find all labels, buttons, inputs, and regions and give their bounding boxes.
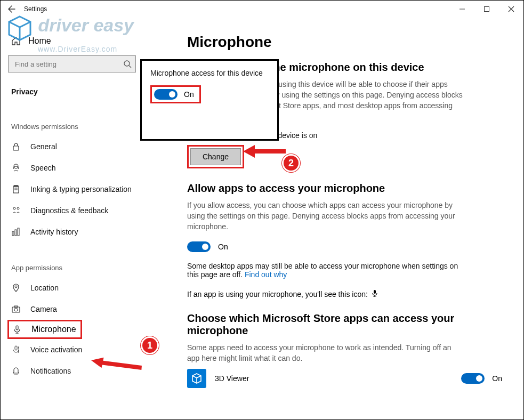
annotation-badge-1: 1 <box>141 336 159 354</box>
toggle-label: On <box>184 90 194 99</box>
search-icon <box>123 60 132 70</box>
titlebar: Settings <box>1 1 523 18</box>
voice-icon <box>11 345 21 354</box>
toggle-label: On <box>218 243 228 251</box>
svg-rect-13 <box>18 228 19 236</box>
caption-controls <box>450 1 523 18</box>
maximize-button[interactable] <box>474 1 499 18</box>
app-permissions-header: App permissions <box>1 243 171 277</box>
camera-icon <box>11 305 21 313</box>
svg-line-3 <box>129 66 131 68</box>
svg-marker-21 <box>91 355 142 376</box>
back-icon[interactable] <box>5 3 18 15</box>
sidebar-item-speech[interactable]: Speech <box>1 157 171 179</box>
sidebar-item-label: Inking & typing personalization <box>30 185 132 193</box>
sidebar-item-microphone-wrap: Microphone <box>1 320 171 339</box>
sidebar-item-label: Speech <box>30 164 55 172</box>
home-nav[interactable]: Home <box>1 31 171 51</box>
annotation-arrow-1 <box>91 355 144 371</box>
svg-rect-20 <box>374 290 376 294</box>
flyout-toggle-highlight: On <box>150 85 201 103</box>
sidebar-item-location[interactable]: Location <box>1 277 171 298</box>
toggle-pill-on <box>187 241 211 252</box>
window-title: Settings <box>18 5 47 13</box>
lock-icon <box>11 142 21 151</box>
sidebar-item-activity[interactable]: Activity history <box>1 221 171 243</box>
bell-icon <box>11 367 21 375</box>
svg-rect-4 <box>13 146 19 150</box>
desktop-apps-note: Some desktop apps may still be able to a… <box>187 262 464 279</box>
svg-point-16 <box>14 308 18 311</box>
minimize-button[interactable] <box>450 1 474 18</box>
location-icon <box>11 284 21 292</box>
search-input[interactable] <box>8 55 136 72</box>
toggle-pill-on <box>461 373 485 384</box>
app-using-note: If an app is using your microphone, you'… <box>187 289 502 298</box>
speech-icon <box>11 164 21 172</box>
find-out-why-link[interactable]: Find out why <box>245 270 287 279</box>
microphone-icon <box>12 325 22 334</box>
change-button-highlight: Change <box>187 145 244 168</box>
svg-point-14 <box>15 286 17 288</box>
section2-body: If you allow access, you can choose whic… <box>187 200 464 232</box>
sidebar-item-camera[interactable]: Camera <box>1 298 171 320</box>
home-icon <box>11 36 21 46</box>
svg-point-2 <box>124 61 130 66</box>
section2-heading: Allow apps to access your microphone <box>187 182 502 195</box>
microphone-status-icon <box>371 289 378 298</box>
svg-point-10 <box>17 207 19 209</box>
app-icon-3dviewer <box>187 369 206 388</box>
svg-rect-18 <box>16 326 18 330</box>
sidebar-item-label: General <box>30 142 57 151</box>
sidebar-item-label: Diagnostics & feedback <box>30 206 108 215</box>
sidebar-item-label: Activity history <box>30 228 78 236</box>
svg-rect-19 <box>15 346 17 350</box>
page-title: Microphone <box>187 34 502 51</box>
sidebar-item-microphone[interactable]: Microphone <box>7 320 82 339</box>
sidebar-item-label: Notifications <box>30 367 71 375</box>
sidebar-item-notifications[interactable]: Notifications <box>1 360 171 382</box>
change-button[interactable]: Change <box>190 148 241 165</box>
app-row-3dviewer: 3D Viewer On <box>187 369 502 388</box>
sidebar-item-label: Location <box>30 284 59 292</box>
device-access-flyout: Microphone access for this device On <box>140 59 279 141</box>
app-toggle-3dviewer[interactable]: On <box>461 373 502 384</box>
sidebar-item-label: Voice activation <box>30 345 82 354</box>
sidebar-item-label: Microphone <box>31 325 76 334</box>
sidebar-item-inking[interactable]: Inking & typing personalization <box>1 179 171 200</box>
history-icon <box>11 228 21 236</box>
section3-heading: Choose which Microsoft Store apps can ac… <box>187 312 464 337</box>
annotation-badge-2: 2 <box>282 154 300 172</box>
sidebar-item-label: Camera <box>30 305 57 313</box>
svg-point-9 <box>13 207 15 209</box>
device-access-toggle[interactable] <box>154 89 178 100</box>
close-button[interactable] <box>499 1 523 18</box>
flyout-label: Microphone access for this device <box>150 68 269 78</box>
apps-access-toggle[interactable]: On <box>187 241 502 252</box>
clipboard-icon <box>11 185 21 193</box>
svg-rect-12 <box>15 230 17 236</box>
home-label: Home <box>28 36 51 46</box>
sidebar-item-diagnostics[interactable]: Diagnostics & feedback <box>1 200 171 221</box>
app-name-label: 3D Viewer <box>215 374 461 383</box>
toggle-label: On <box>492 374 502 383</box>
feedback-icon <box>11 206 21 215</box>
svg-rect-11 <box>12 231 14 236</box>
section3-body: Some apps need to access your microphone… <box>187 342 464 364</box>
svg-rect-1 <box>485 7 489 12</box>
